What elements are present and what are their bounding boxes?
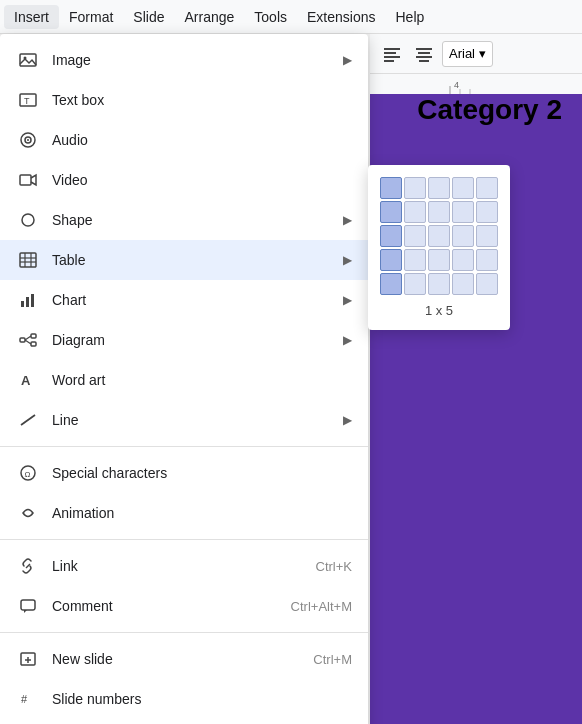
menu-item-comment[interactable]: Comment Ctrl+Alt+M bbox=[0, 586, 368, 626]
divider-3 bbox=[0, 632, 368, 633]
newslide-icon bbox=[16, 647, 40, 671]
svg-rect-20 bbox=[20, 175, 31, 185]
table-grid-cell[interactable] bbox=[404, 273, 426, 295]
font-selector[interactable]: Arial ▾ bbox=[442, 41, 493, 67]
shape-arrow: ▶ bbox=[343, 213, 352, 227]
svg-rect-8 bbox=[370, 74, 582, 94]
table-grid-cell[interactable] bbox=[476, 249, 498, 271]
table-grid-cell[interactable] bbox=[380, 249, 402, 271]
line-icon bbox=[16, 408, 40, 432]
align-center-button[interactable] bbox=[410, 40, 438, 68]
table-grid-cell[interactable] bbox=[476, 177, 498, 199]
svg-rect-29 bbox=[31, 294, 34, 307]
slidenumbers-icon: # bbox=[16, 687, 40, 711]
table-label: Table bbox=[52, 252, 335, 268]
menu-item-image[interactable]: Image ▶ bbox=[0, 40, 368, 80]
menu-help[interactable]: Help bbox=[385, 5, 434, 29]
table-grid-cell[interactable] bbox=[380, 177, 402, 199]
table-grid-cell[interactable] bbox=[404, 201, 426, 223]
font-name: Arial bbox=[449, 46, 475, 61]
table-grid-cell[interactable] bbox=[476, 201, 498, 223]
animation-label: Animation bbox=[52, 505, 352, 521]
table-grid-cell[interactable] bbox=[380, 273, 402, 295]
menu-item-specialchars[interactable]: Ω Special characters bbox=[0, 453, 368, 493]
menu-item-line[interactable]: Line ▶ bbox=[0, 400, 368, 440]
table-grid-cell[interactable] bbox=[428, 249, 450, 271]
svg-rect-3 bbox=[384, 60, 394, 62]
slidenumbers-label: Slide numbers bbox=[52, 691, 352, 707]
svg-rect-28 bbox=[26, 297, 29, 307]
insert-dropdown-menu: Image ▶ T Text box Audio Video Shape ▶ bbox=[0, 34, 368, 724]
svg-rect-22 bbox=[20, 253, 36, 267]
table-grid-cell[interactable] bbox=[380, 201, 402, 223]
table-grid-cell[interactable] bbox=[452, 273, 474, 295]
slide-category-text: Category 2 bbox=[417, 94, 562, 126]
menu-arrange[interactable]: Arrange bbox=[175, 5, 245, 29]
menu-tools[interactable]: Tools bbox=[244, 5, 297, 29]
menu-item-chart[interactable]: Chart ▶ bbox=[0, 280, 368, 320]
image-arrow: ▶ bbox=[343, 53, 352, 67]
menu-item-textbox[interactable]: T Text box bbox=[0, 80, 368, 120]
align-left-button[interactable] bbox=[378, 40, 406, 68]
menu-slide[interactable]: Slide bbox=[123, 5, 174, 29]
svg-rect-0 bbox=[384, 48, 400, 50]
menu-item-table[interactable]: Table ▶ bbox=[0, 240, 368, 280]
table-grid-cell[interactable] bbox=[428, 273, 450, 295]
chart-label: Chart bbox=[52, 292, 335, 308]
textbox-icon: T bbox=[16, 88, 40, 112]
textbox-label: Text box bbox=[52, 92, 352, 108]
shape-icon bbox=[16, 208, 40, 232]
table-grid-cell[interactable] bbox=[428, 225, 450, 247]
menu-insert[interactable]: Insert bbox=[4, 5, 59, 29]
svg-rect-31 bbox=[31, 334, 36, 338]
svg-rect-39 bbox=[21, 600, 35, 610]
image-label: Image bbox=[52, 52, 335, 68]
table-grid-cell[interactable] bbox=[380, 225, 402, 247]
diagram-arrow: ▶ bbox=[343, 333, 352, 347]
slide-canvas: Category 2 bbox=[370, 34, 582, 724]
ruler: 4 bbox=[370, 74, 582, 94]
wordart-icon: A bbox=[16, 368, 40, 392]
svg-text:#: # bbox=[21, 693, 28, 705]
menu-item-link[interactable]: Link Ctrl+K bbox=[0, 546, 368, 586]
menu-item-newslide[interactable]: New slide Ctrl+M bbox=[0, 639, 368, 679]
table-grid[interactable] bbox=[380, 177, 498, 295]
menu-item-video[interactable]: Video bbox=[0, 160, 368, 200]
table-grid-cell[interactable] bbox=[404, 249, 426, 271]
chart-icon bbox=[16, 288, 40, 312]
animation-icon bbox=[16, 501, 40, 525]
table-grid-cell[interactable] bbox=[452, 249, 474, 271]
menu-item-diagram[interactable]: Diagram ▶ bbox=[0, 320, 368, 360]
table-grid-cell[interactable] bbox=[476, 273, 498, 295]
video-icon bbox=[16, 168, 40, 192]
menu-item-wordart[interactable]: A Word art bbox=[0, 360, 368, 400]
table-grid-cell[interactable] bbox=[428, 201, 450, 223]
svg-text:A: A bbox=[21, 373, 31, 388]
svg-rect-7 bbox=[419, 60, 429, 62]
menu-extensions[interactable]: Extensions bbox=[297, 5, 385, 29]
menu-item-audio[interactable]: Audio bbox=[0, 120, 368, 160]
menu-item-shape[interactable]: Shape ▶ bbox=[0, 200, 368, 240]
svg-text:T: T bbox=[24, 96, 30, 106]
menu-item-slidenumbers[interactable]: # Slide numbers bbox=[0, 679, 368, 719]
table-grid-cell[interactable] bbox=[404, 177, 426, 199]
divider-1 bbox=[0, 446, 368, 447]
table-grid-cell[interactable] bbox=[428, 177, 450, 199]
divider-2 bbox=[0, 539, 368, 540]
svg-line-34 bbox=[25, 340, 31, 344]
svg-text:Ω: Ω bbox=[25, 470, 31, 479]
svg-line-33 bbox=[25, 336, 31, 340]
svg-point-19 bbox=[27, 139, 29, 141]
table-grid-cell[interactable] bbox=[452, 201, 474, 223]
table-submenu: 1 x 5 bbox=[368, 165, 510, 330]
table-grid-cell[interactable] bbox=[452, 225, 474, 247]
table-grid-cell[interactable] bbox=[452, 177, 474, 199]
menu-format[interactable]: Format bbox=[59, 5, 123, 29]
table-grid-cell[interactable] bbox=[404, 225, 426, 247]
link-shortcut: Ctrl+K bbox=[316, 559, 352, 574]
menu-bar: Insert Format Slide Arrange Tools Extens… bbox=[0, 0, 582, 34]
table-grid-cell[interactable] bbox=[476, 225, 498, 247]
svg-rect-13 bbox=[20, 54, 36, 66]
svg-rect-1 bbox=[384, 52, 396, 54]
menu-item-animation[interactable]: Animation bbox=[0, 493, 368, 533]
